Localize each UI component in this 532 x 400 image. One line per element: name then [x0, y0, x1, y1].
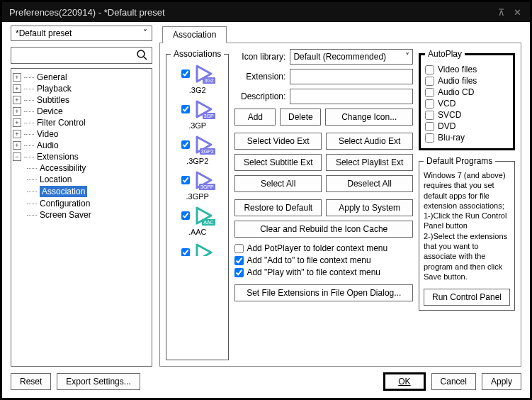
tree-item-screen-saver[interactable]: Screen Saver — [11, 209, 152, 221]
tree-item-accessibility[interactable]: Accessibility — [11, 162, 152, 174]
extension-input[interactable] — [290, 69, 413, 84]
change-icon-button[interactable]: Change Icon... — [325, 109, 413, 126]
icon-library-dropdown[interactable]: Default (Recommended) ˅ — [290, 49, 413, 65]
autoplay-dvd[interactable]: DVD — [425, 121, 509, 131]
play-icon: AAC — [193, 205, 214, 226]
select-video-ext-button[interactable]: Select Video Ext — [234, 133, 322, 150]
restore-default-button[interactable]: Restore to Default — [234, 199, 322, 216]
assoc-checkbox[interactable] — [181, 211, 190, 220]
preset-dropdown[interactable]: *Default preset ˅ — [11, 26, 152, 41]
apply-to-system-button[interactable]: Apply to System — [326, 199, 413, 216]
tree-item-device[interactable]: +Device — [11, 106, 152, 117]
ok-button[interactable]: OK — [383, 372, 425, 391]
chevron-down-icon: ˅ — [405, 52, 409, 62]
expand-icon[interactable]: + — [13, 141, 21, 150]
context-add-potplayer[interactable]: Add PotPlayer to folder context menu — [234, 243, 413, 253]
assoc-item-3gp[interactable]: 3GP .3GP — [171, 99, 224, 130]
tab-association[interactable]: Association — [162, 26, 227, 43]
assoc-item-3gpp[interactable]: 3GPP .3GPP — [171, 170, 224, 201]
default-programs-desc: Windows 7 (and above) requires that you … — [424, 170, 510, 282]
search-icon[interactable] — [132, 49, 152, 62]
expand-icon[interactable]: + — [13, 107, 21, 116]
deselect-all-button[interactable]: Deselect All — [326, 175, 413, 192]
cancel-button[interactable]: Cancel — [431, 373, 476, 390]
autoplay-svcd[interactable]: SVCD — [425, 110, 509, 120]
tree-item-playback[interactable]: +Playback — [11, 83, 152, 94]
expand-icon[interactable]: + — [13, 96, 21, 104]
preset-selected: *Default preset — [16, 28, 72, 38]
search-input-wrap[interactable] — [11, 47, 152, 64]
description-label: Description: — [234, 91, 285, 101]
autoplay-bluray[interactable]: Blu-ray — [425, 133, 509, 143]
play-icon: 3G2 — [193, 63, 214, 84]
run-control-panel-button[interactable]: Run Control Panel — [424, 289, 510, 306]
tree-item-general[interactable]: +General — [11, 72, 152, 83]
autoplay-group: AutoPlay Video files Audio files Audio C… — [419, 49, 515, 150]
reset-button[interactable]: Reset — [11, 373, 51, 390]
context-add-play-with[interactable]: Add "Play with" to file context menu — [234, 267, 413, 277]
add-button[interactable]: Add — [234, 109, 276, 126]
autoplay-legend: AutoPlay — [425, 49, 465, 59]
select-playlist-ext-button[interactable]: Select Playlist Ext — [326, 154, 413, 171]
pin-icon[interactable]: ⊼ — [496, 6, 507, 18]
collapse-icon[interactable]: − — [13, 152, 21, 161]
search-input[interactable] — [11, 48, 132, 63]
tree-item-subtitles[interactable]: +Subtitles — [11, 94, 152, 106]
expand-icon[interactable]: + — [13, 73, 21, 82]
tree-item-audio[interactable]: +Audio — [11, 140, 152, 151]
export-settings-button[interactable]: Export Settings... — [57, 373, 140, 390]
assoc-ext-label: .3GP — [188, 121, 206, 130]
autoplay-audio-files[interactable]: Audio files — [425, 76, 509, 86]
assoc-item-3g2[interactable]: 3G2 .3G2 — [171, 63, 224, 94]
tree-item-association[interactable]: Association — [11, 185, 152, 198]
play-icon: 3GP2 — [193, 134, 214, 155]
assoc-item-more[interactable] — [171, 242, 224, 256]
close-icon[interactable]: ✕ — [511, 6, 523, 18]
context-add-to[interactable]: Add "Add to" to file context menu — [234, 255, 413, 265]
associations-group: Associations 3G2 .3G2 — [166, 49, 229, 360]
tree-item-configuration[interactable]: Configuration — [11, 198, 152, 209]
assoc-item-aac[interactable]: AAC .AAC — [171, 205, 224, 236]
tree-item-location[interactable]: Location — [11, 174, 152, 185]
expand-icon[interactable]: + — [13, 118, 21, 127]
tree-item-video[interactable]: +Video — [11, 128, 152, 140]
delete-button[interactable]: Delete — [280, 109, 321, 126]
assoc-checkbox[interactable] — [181, 176, 190, 184]
assoc-ext-label: .3GP2 — [186, 157, 208, 165]
default-programs-group: Default Programs Windows 7 (and above) r… — [419, 156, 515, 311]
assoc-ext-label: .AAC — [188, 228, 207, 236]
nav-tree: +General +Playback +Subtitles +Device +F… — [11, 68, 152, 367]
assoc-checkbox[interactable] — [181, 140, 190, 149]
tree-item-extensions[interactable]: −Extensions — [11, 151, 152, 162]
default-programs-legend: Default Programs — [424, 156, 495, 166]
window-title: Preferences(220914) - *Default preset — [9, 7, 492, 18]
select-all-button[interactable]: Select All — [234, 175, 322, 192]
clear-icon-cache-button[interactable]: Clear and Rebuild the Icon Cache — [234, 221, 413, 238]
assoc-ext-label: .3GPP — [186, 192, 208, 201]
tree-item-filter-control[interactable]: +Filter Control — [11, 117, 152, 128]
svg-line-1 — [144, 57, 147, 60]
assoc-item-3gp2[interactable]: 3GP2 .3GP2 — [171, 134, 224, 165]
select-subtitle-ext-button[interactable]: Select Subtitle Ext — [234, 154, 322, 171]
expand-icon[interactable]: + — [13, 84, 21, 93]
autoplay-vcd[interactable]: VCD — [425, 99, 509, 109]
select-audio-ext-button[interactable]: Select Audio Ext — [326, 133, 413, 150]
extension-label: Extension: — [234, 72, 285, 82]
autoplay-audio-cd[interactable]: Audio CD — [425, 87, 509, 97]
assoc-checkbox[interactable] — [181, 248, 190, 256]
assoc-ext-label: .3G2 — [189, 86, 206, 94]
set-file-ext-dialog-button[interactable]: Set File Extensions in File Open Dialog.… — [234, 284, 413, 301]
play-icon: 3GPP — [193, 170, 214, 191]
description-input[interactable] — [290, 89, 413, 104]
assoc-checkbox[interactable] — [181, 105, 190, 113]
svg-point-0 — [137, 50, 145, 57]
associations-legend: Associations — [171, 49, 224, 59]
icon-library-label: Icon library: — [234, 52, 285, 62]
play-icon — [193, 242, 214, 256]
expand-icon[interactable]: + — [13, 130, 21, 138]
play-icon: 3GP — [193, 99, 214, 120]
apply-button[interactable]: Apply — [482, 373, 521, 390]
autoplay-video-files[interactable]: Video files — [425, 65, 509, 74]
assoc-checkbox[interactable] — [181, 70, 190, 78]
chevron-down-icon: ˅ — [143, 28, 147, 38]
